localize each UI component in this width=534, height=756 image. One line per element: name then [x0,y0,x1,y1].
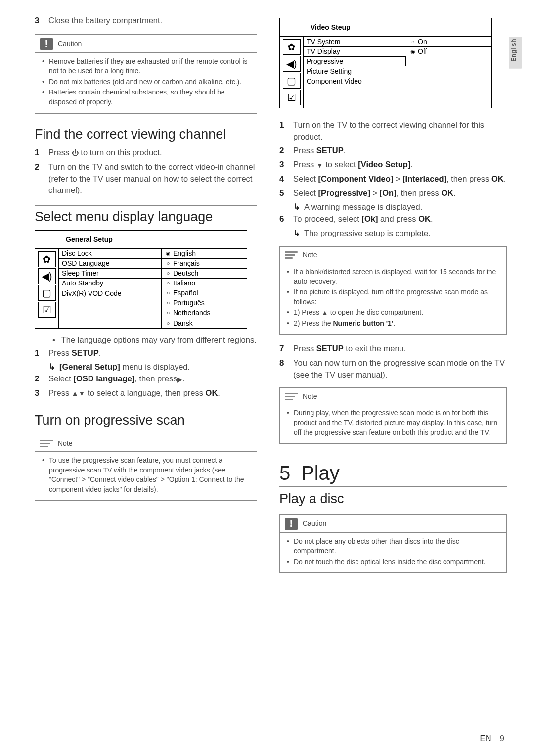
osd-opt: ○Français [162,259,247,269]
note-icon [40,438,53,449]
step-num: 1 [35,347,48,360]
down-arrow-icon: ▼ [316,160,323,170]
note-blank-screen: Note If a blank/distorted screen is disp… [279,246,507,335]
speaker-icon: ◀) [283,56,301,72]
osd-opt: ○Deutsch [162,269,247,279]
step-text: Press ⏻ to turn on this product. [48,147,257,159]
right-arrow-icon: ▶ [177,375,182,384]
note-progressive: Note To use the progressive scan feature… [35,435,257,501]
section-select-language: Select menu display language [35,205,257,225]
prog-step-6-sub: The progressive setup is complete. [279,228,507,239]
step-text: To proceed, select [Ok] and press OK. [293,213,507,225]
step-num: 2 [279,145,293,157]
page-number: 9 [500,734,504,743]
step-text: Press SETUP to exit the menu. [293,343,507,355]
step-num: 4 [279,173,293,186]
screen-icon: ▢ [38,285,56,301]
osd-item: TV Display [304,47,406,56]
osd-opt: ○Netherlands [162,308,247,318]
note-title: Note [58,439,73,449]
caution-item: Remove batteries if they are exhausted o… [42,57,250,76]
osd-item: DivX(R) VOD Code [59,288,161,298]
step-num: 8 [279,357,293,370]
osd-opt: ◉English [162,249,247,259]
lang-step-2: 2 Select [OSD language], then press▶. [35,373,257,385]
note-title: Note [303,392,317,402]
section-play-disc: Play a disc [279,491,507,507]
note-item: During play, when the progressive scan m… [287,408,499,437]
step-text: You can now turn on the progressive scan… [293,357,507,381]
step-text: Close the battery compartment. [48,15,257,27]
note-item: To use the progressive scan feature, you… [42,456,250,494]
caution-title: Caution [303,519,326,529]
osd-tab-icons: ✿ ◀) ▢ ☑ [280,37,304,108]
find-step-2: 2 Turn on the TV and switch to the corre… [35,161,257,197]
note-title: Note [303,250,317,260]
caution-item: Batteries contain chemical substances, s… [42,88,250,107]
osd-opt: ○Dansk [162,318,247,328]
step-close-battery: 3 Close the battery compartment. [35,15,257,27]
note-icon [285,250,298,261]
prog-step-5-sub: A warning message is displayed. [279,201,507,213]
check-icon: ☑ [283,90,301,105]
prog-step-4: 4Select [Component Video] > [Interlaced]… [279,173,507,186]
speaker-icon: ◀) [38,268,56,284]
step-num: 3 [35,15,48,27]
step-text: Turn on the TV and switch to the correct… [48,161,257,197]
osd-item: Sleep Timer [59,269,161,279]
osd-opt: ○Español [162,288,247,298]
updown-arrow-icon: ▲▼ [72,388,86,398]
osd-opt: ○Português [162,298,247,308]
step-num: 1 [35,147,48,159]
step-text: Press SETUP. [48,347,257,359]
step-num: 6 [279,213,293,226]
step-num: 5 [279,188,293,200]
lang-step-1-sub: [General Setup] menu is displayed. [35,361,257,373]
osd-opt: ○On [406,37,491,47]
lang-step-3: 3 Press ▲▼ to select a language, then pr… [35,387,257,400]
prog-step-2: 2Press SETUP. [279,145,507,157]
osd-item-osd-language: OSD Language [59,259,161,269]
lang-step-1: 1 Press SETUP. [35,347,257,360]
warning-icon: ! [285,518,298,530]
prog-step-5: 5Select [Progressive] > [On], then press… [279,188,507,200]
caution-item: Do not mix batteries (old and new or car… [42,77,250,87]
warning-icon: ! [40,38,53,50]
osd-opt: ○Italiano [162,279,247,288]
step-text: Press ▼ to select [Video Setup]. [293,159,507,171]
osd-item-progressive: Progressive [304,56,406,66]
caution-title: Caution [58,39,82,49]
prog-step-8: 8You can now turn on the progressive sca… [279,357,507,381]
caution-disc: ! Caution Do not place any objects other… [279,514,507,573]
prog-step-6: 6To proceed, select [Ok] and press OK. [279,213,507,226]
osd-item: Auto Standby [59,279,161,288]
caution-item: Do not place any objects other than disc… [287,537,499,556]
find-step-1: 1 Press ⏻ to turn on this product. [35,147,257,159]
osd-item: Picture Setting [304,66,406,76]
osd-video-setup: Video Steup ✿ ◀) ▢ ☑ TV System TV Displa… [279,18,492,108]
gear-icon: ✿ [38,251,56,267]
prog-step-1: 1Turn on the TV to the correct viewing c… [279,119,507,143]
chapter-num: 5 [279,462,301,484]
lang-note: The language options may vary from diffe… [35,334,257,346]
step-num: 2 [35,161,48,174]
footer-lang: EN [480,734,491,743]
step-num: 3 [279,159,293,171]
language-tab: English [508,34,519,67]
chapter-play: 5Play [279,459,507,484]
step-text: Select [Component Video] > [Interlaced],… [293,173,507,185]
eject-icon: ▲ [321,308,328,318]
prog-step-7: 7Press SETUP to exit the menu. [279,343,507,355]
caution-batteries: ! Caution Remove batteries if they are e… [35,34,257,114]
caution-item: Do not touch the disc optical lens insid… [287,557,499,567]
chapter-title: Play [301,462,340,484]
power-icon: ⏻ [72,148,79,158]
osd-title: General Setup [35,231,247,248]
note-item: 2) Press the Numeric button '1'. [287,319,499,329]
osd-title: Video Steup [280,18,491,36]
osd-opt: ◉Off [406,47,491,56]
note-item: 1) Press ▲ to open the disc compartment. [287,308,499,318]
step-num: 7 [279,343,293,355]
step-num: 2 [35,373,48,385]
note-icon [285,391,298,402]
